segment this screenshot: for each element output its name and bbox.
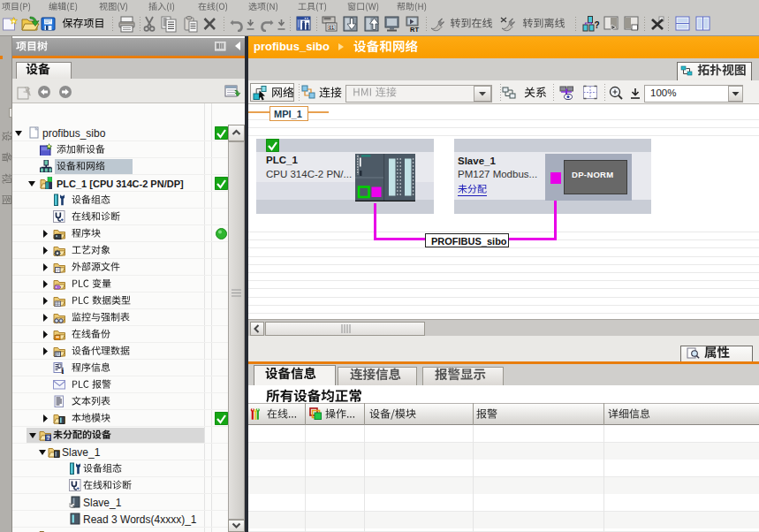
- svg-text:i: i: [62, 366, 65, 375]
- svg-text:RT: RT: [410, 26, 419, 34]
- svg-text:?: ?: [594, 20, 599, 30]
- svg-text:?: ?: [47, 435, 50, 441]
- svg-text:01: 01: [329, 25, 334, 30]
